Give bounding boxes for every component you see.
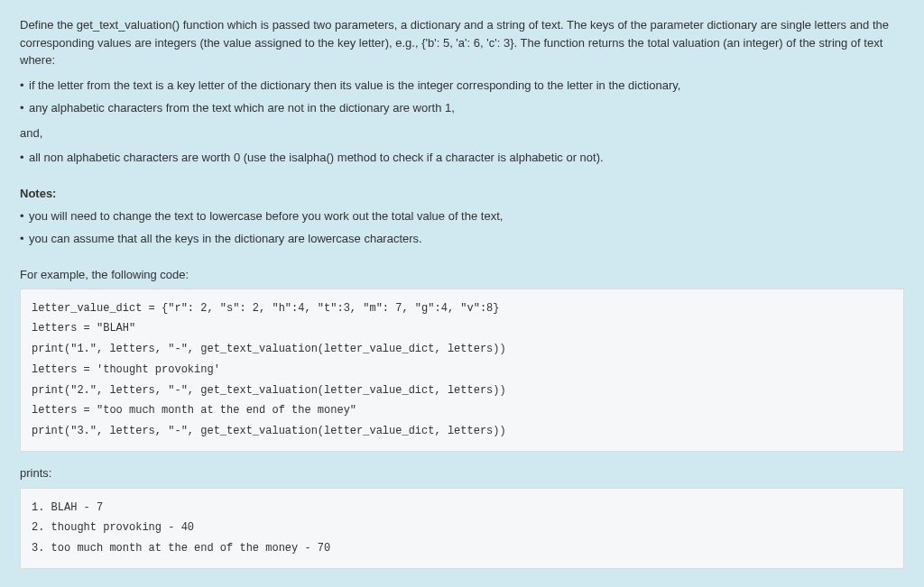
notes-list: you will need to change the text to lowe… [20, 207, 904, 248]
rule-list-2: all non alphabetic characters are worth … [20, 149, 904, 167]
notes-item: you will need to change the text to lowe… [20, 207, 904, 225]
notes-item: you can assume that all the keys in the … [20, 230, 904, 248]
question-panel: Define the get_text_valuation() function… [0, 0, 924, 587]
prints-label: prints: [20, 464, 904, 482]
intro-paragraph: Define the get_text_valuation() function… [20, 16, 904, 69]
code-block-output: 1. BLAH - 7 2. thought provoking - 40 3.… [20, 488, 904, 569]
notes-heading: Notes: [20, 187, 904, 200]
rule-item: any alphabetic characters from the text … [20, 99, 904, 117]
and-text: and, [20, 124, 904, 142]
intro-text: Define the get_text_valuation() function… [20, 16, 904, 69]
rule-item: if the letter from the text is a key let… [20, 77, 904, 95]
code-block-input: letter_value_dict = {"r": 2, "s": 2, "h"… [20, 289, 904, 453]
example-label: For example, the following code: [20, 268, 904, 281]
rule-list-1: if the letter from the text is a key let… [20, 77, 904, 117]
rule-item: all non alphabetic characters are worth … [20, 149, 904, 167]
